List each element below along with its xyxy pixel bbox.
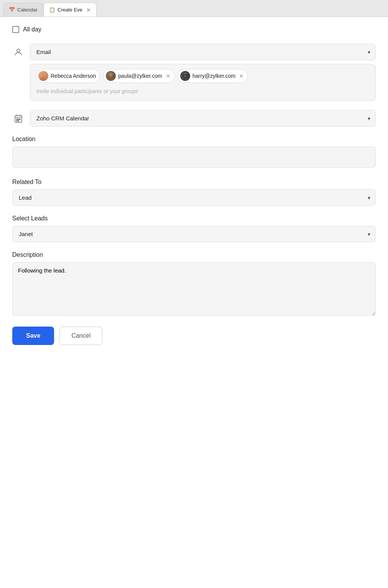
save-button[interactable]: Save xyxy=(12,327,54,345)
related-to-label: Related To xyxy=(12,179,376,186)
calendar-icon xyxy=(12,110,25,123)
svg-point-2 xyxy=(40,77,47,81)
tab-create-event[interactable]: 📋 Create Eve ✕ xyxy=(43,3,97,16)
tab-create-event-label: Create Eve xyxy=(58,7,82,13)
svg-point-7 xyxy=(182,77,189,81)
svg-rect-8 xyxy=(183,74,185,76)
email-section-content: Email Phone In Person ▾ xyxy=(30,44,376,101)
calendar-select-content: Zoho CRM Calendar Personal Calendar Work… xyxy=(30,110,376,126)
tab-calendar-label: Calendar xyxy=(17,7,38,13)
svg-rect-9 xyxy=(186,74,187,76)
create-event-tab-icon: 📋 xyxy=(49,7,55,13)
svg-point-0 xyxy=(17,49,20,52)
participant-tag-paula: paula@zylker.com ✕ xyxy=(103,69,174,83)
remove-harry-icon[interactable]: ✕ xyxy=(239,74,243,79)
select-leads-section: Select Leads Janet John Mary ▾ xyxy=(12,215,376,242)
cancel-button[interactable]: Cancel xyxy=(59,327,102,345)
main-content: All day Email Phone In Person ▾ xyxy=(0,17,388,588)
participant-name-rebecca: Rebecca Anderson xyxy=(51,73,96,79)
remove-paula-icon[interactable]: ✕ xyxy=(166,74,170,79)
participant-tag-rebecca: Rebecca Anderson xyxy=(36,69,100,83)
select-leads-label: Select Leads xyxy=(12,215,376,222)
participant-email-paula: paula@zylker.com xyxy=(118,73,162,79)
all-day-checkbox[interactable] xyxy=(12,26,19,33)
person-icon xyxy=(12,44,25,57)
email-select-wrapper: Email Phone In Person ▾ xyxy=(30,44,376,60)
button-row: Save Cancel xyxy=(12,327,376,345)
tab-calendar[interactable]: 📅 Calendar xyxy=(3,3,43,16)
svg-rect-19 xyxy=(18,120,19,121)
avatar-harry xyxy=(180,71,190,81)
email-section-row: Email Phone In Person ▾ xyxy=(12,44,376,101)
related-to-section: Related To Lead Contact Account Deal ▾ xyxy=(12,179,376,206)
description-input[interactable]: Following the lead. xyxy=(12,262,376,316)
avatar-rebecca xyxy=(38,71,48,81)
svg-rect-17 xyxy=(20,119,20,120)
svg-point-4 xyxy=(109,73,113,77)
calendar-select-wrapper: Zoho CRM Calendar Personal Calendar Work… xyxy=(30,110,376,126)
participant-tag-harry: harry@zylker.com ✕ xyxy=(178,69,248,83)
calendar-select[interactable]: Zoho CRM Calendar Personal Calendar Work… xyxy=(30,110,376,126)
participants-box: Rebecca Anderson paula@zylker.com ✕ xyxy=(30,64,376,101)
location-section: Location xyxy=(12,136,376,169)
invite-placeholder[interactable]: Invite individual participants or your g… xyxy=(36,87,370,96)
related-to-select[interactable]: Lead Contact Account Deal xyxy=(12,189,376,206)
svg-rect-18 xyxy=(16,120,17,121)
tab-bar: 📅 Calendar 📋 Create Eve ✕ xyxy=(0,0,388,17)
participant-email-harry: harry@zylker.com xyxy=(192,73,235,79)
select-leads-wrapper: Janet John Mary ▾ xyxy=(12,226,376,242)
related-to-select-wrapper: Lead Contact Account Deal ▾ xyxy=(12,189,376,206)
all-day-row: All day xyxy=(12,26,376,33)
description-label: Description xyxy=(12,251,376,258)
all-day-label: All day xyxy=(23,26,41,33)
svg-point-5 xyxy=(107,77,114,81)
calendar-tab-icon: 📅 xyxy=(9,7,15,13)
location-input[interactable] xyxy=(12,146,376,168)
calendar-section-row: Zoho CRM Calendar Personal Calendar Work… xyxy=(12,110,376,126)
avatar-paula xyxy=(106,71,116,81)
svg-point-1 xyxy=(41,73,45,77)
svg-rect-16 xyxy=(18,119,19,120)
tab-close-icon[interactable]: ✕ xyxy=(86,7,91,13)
participant-tags: Rebecca Anderson paula@zylker.com ✕ xyxy=(36,69,370,83)
svg-rect-15 xyxy=(16,119,17,120)
location-label: Location xyxy=(12,136,376,143)
select-leads-select[interactable]: Janet John Mary xyxy=(12,226,376,242)
description-section: Description Following the lead. xyxy=(12,251,376,317)
email-select[interactable]: Email Phone In Person xyxy=(30,44,376,60)
